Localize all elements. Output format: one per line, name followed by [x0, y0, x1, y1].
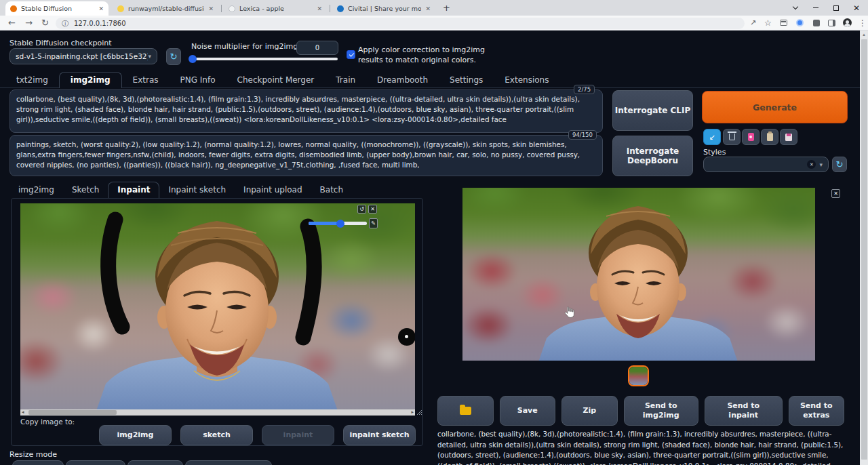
browser-menu-icon[interactable]: ⋮ [859, 18, 867, 28]
zip-button[interactable]: Zip [561, 396, 618, 426]
tab-dreambooth[interactable]: Dreambooth [366, 73, 439, 88]
styles-refresh-button[interactable]: ↻ [832, 157, 847, 172]
tab-extras[interactable]: Extras [122, 73, 170, 88]
send-to-inpaint-button[interactable]: Send to inpaint [705, 396, 783, 426]
media-control-icon[interactable] [796, 19, 804, 26]
tab-png-info[interactable]: PNG Info [170, 73, 226, 88]
url-bar[interactable]: ⓘ 127.0.0.1:7860 [56, 18, 745, 29]
tab-txt2img[interactable]: txt2img [5, 73, 59, 88]
back-icon[interactable]: ← [8, 17, 16, 28]
close-tab-icon[interactable]: ✕ [208, 5, 214, 12]
tab-extensions[interactable]: Extensions [494, 73, 559, 88]
output-image[interactable] [462, 188, 815, 361]
chevron-down-icon: ▾ [148, 53, 151, 60]
scroll-up-icon[interactable]: ▴ [860, 31, 868, 39]
tab-settings[interactable]: Settings [439, 73, 494, 88]
extra-networks-button[interactable] [742, 129, 760, 145]
save-button[interactable]: Save [500, 396, 556, 426]
canvas-horizontal-scrollbar[interactable]: ◂ ▸ [20, 409, 415, 416]
browser-tab-civitai[interactable]: Civitai | Share your models ✕ [332, 1, 435, 16]
copy-to-sketch-button[interactable]: sketch [180, 425, 253, 445]
tab-inpaint-sketch[interactable]: Inpaint sketch [159, 182, 235, 198]
window-close-button[interactable]: ✕ [848, 2, 865, 14]
img2img-mode-tabs: img2img Sketch Inpaint Inpaint sketch In… [9, 182, 352, 198]
prompt-textarea[interactable]: collarbone, (best quality),(8k, 3d),(pho… [9, 89, 603, 133]
browser-tab-stable-diffusion[interactable]: Stable Diffusion ✕ [5, 1, 108, 16]
close-tab-icon[interactable]: ✕ [425, 5, 431, 12]
favicon-civitai [337, 5, 344, 12]
close-tab-icon[interactable]: ✕ [317, 5, 322, 12]
color-correction-checkbox[interactable] [347, 50, 355, 59]
close-icon: ✕ [833, 190, 838, 197]
tab-img2img-mode[interactable]: img2img [9, 182, 63, 198]
extension-grid-icon[interactable] [780, 20, 787, 26]
window-maximize-button[interactable] [827, 2, 845, 14]
interrogate-deepbooru-button[interactable]: Interrogate DeepBooru [612, 136, 693, 176]
close-gallery-button[interactable]: ✕ [831, 189, 840, 198]
share-icon[interactable]: ↗ [750, 18, 756, 27]
checkpoint-refresh-button[interactable]: ↻ [166, 48, 181, 65]
tab-search-chevron-icon[interactable] [787, 2, 804, 14]
clear-prompt-button[interactable] [723, 129, 741, 145]
resize-mode-option[interactable] [12, 460, 64, 465]
scroll-right-icon[interactable]: ▸ [411, 409, 414, 416]
copy-to-inpaint-button[interactable]: inpaint [262, 425, 334, 445]
profile-avatar[interactable] [843, 18, 852, 27]
paste-generation-params-button[interactable]: ↙ [703, 129, 721, 145]
scroll-left-icon[interactable]: ◂ [22, 409, 24, 416]
interrogate-clip-button[interactable]: Interrogate CLIP [612, 90, 693, 131]
open-folder-button[interactable] [437, 396, 494, 426]
send-to-img2img-button[interactable]: Send to img2img [624, 396, 699, 426]
noise-multiplier-value[interactable]: 0 [296, 41, 338, 55]
browser-tab-runwayml[interactable]: runwayml/stable-diffusion-inpa ✕ [113, 1, 218, 16]
bookmark-star-icon[interactable]: ☆ [764, 18, 772, 28]
tab-img2img[interactable]: img2img [59, 72, 122, 88]
copy-to-img2img-button[interactable]: img2img [99, 425, 172, 445]
tab-checkpoint-merger[interactable]: Checkpoint Merger [226, 73, 326, 88]
reload-icon[interactable]: ↻ [41, 17, 49, 28]
tab-train[interactable]: Train [325, 73, 366, 88]
copy-to-inpaint-sketch-button[interactable]: inpaint sketch [343, 425, 416, 445]
clear-styles-icon[interactable]: ✕ [807, 160, 816, 169]
negative-prompt-textarea[interactable]: paintings, sketch, (worst quality:2), (l… [9, 135, 603, 176]
paste-arrow-icon: ↙ [709, 133, 715, 142]
close-tab-icon[interactable]: ✕ [98, 5, 104, 12]
resize-mode-option[interactable] [127, 460, 183, 465]
resize-mode-option[interactable] [185, 460, 272, 465]
tab-sketch[interactable]: Sketch [63, 182, 108, 198]
forward-icon[interactable]: → [25, 17, 33, 28]
tab-title: Stable Diffusion [21, 5, 94, 12]
gallery-thumbnail-selected[interactable] [628, 365, 649, 386]
extensions-puzzle-icon[interactable] [813, 20, 820, 26]
tab-inpaint[interactable]: Inpaint [108, 182, 159, 198]
clear-image-button[interactable]: ✕ [368, 205, 377, 214]
new-tab-button[interactable]: + [441, 3, 452, 14]
gallery-actions: Save Zip Send to img2img Send to inpaint… [437, 396, 844, 426]
styles-dropdown[interactable]: ✕ ▾ [703, 157, 829, 172]
send-to-extras-button[interactable]: Send to extras [789, 396, 845, 426]
save-style-button[interactable] [780, 129, 797, 145]
page-scrollbar[interactable]: ▴ [860, 31, 868, 465]
side-panel-icon[interactable] [828, 20, 835, 26]
site-info-icon[interactable]: ⓘ [62, 19, 68, 28]
window-minimize-button[interactable] [807, 2, 825, 14]
browser-tab-lexica[interactable]: Lexica - apple ✕ [224, 1, 327, 16]
brush-size-handle[interactable] [336, 220, 344, 228]
brush-size-slider[interactable] [309, 222, 367, 225]
generate-button[interactable]: Generate [702, 91, 848, 123]
scrollbar-thumb[interactable] [861, 39, 867, 460]
undo-button[interactable]: ↺ [357, 205, 366, 214]
tab-inpaint-upload[interactable]: Inpaint upload [235, 182, 311, 198]
noise-slider-handle[interactable] [189, 55, 197, 63]
tab-batch[interactable]: Batch [311, 182, 353, 198]
thumbnail-image [629, 367, 648, 385]
noise-multiplier-label: Noise multiplier for img2img [191, 42, 298, 51]
noise-multiplier-slider[interactable] [191, 58, 338, 60]
resize-grip-icon[interactable] [416, 409, 422, 416]
checkpoint-dropdown[interactable]: sd-v1-5-inpainting.ckpt [c6bbc15e32] ▾ [9, 48, 157, 64]
resize-mode-option[interactable] [66, 460, 125, 465]
apply-style-button[interactable] [761, 129, 778, 145]
inpaint-canvas[interactable]: ↺ ✕ ✎ [20, 203, 415, 409]
scrollbar-thumb[interactable] [28, 410, 117, 415]
brush-tool-button[interactable]: ✎ [369, 218, 378, 228]
